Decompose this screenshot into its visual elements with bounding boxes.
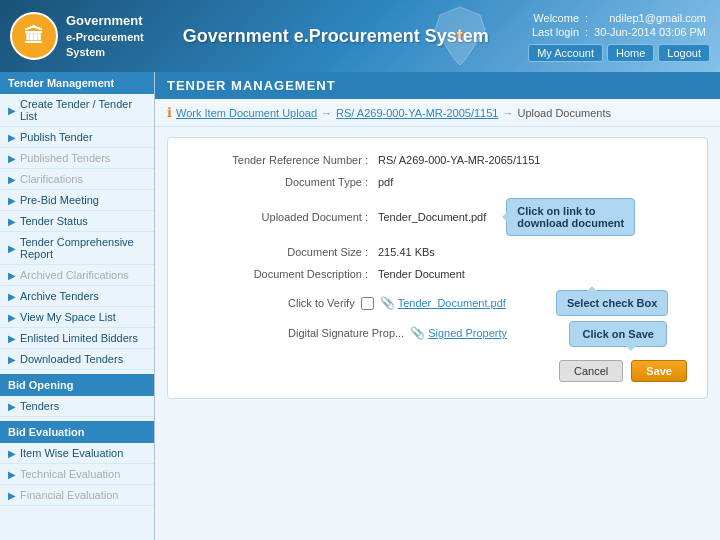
sidebar-item-label: Financial Evaluation [20, 489, 118, 501]
dsig-file-link[interactable]: Signed Property [428, 327, 507, 339]
arrow-icon: ▶ [8, 490, 16, 501]
logout-button[interactable]: Logout [658, 44, 710, 62]
sidebar-item-label: Tender Comprehensive Report [20, 236, 146, 260]
logo-emblem: 🏛 [10, 12, 58, 60]
sidebar-item-label: Tenders [20, 400, 59, 412]
tender-management-title: Tender Management [0, 72, 154, 94]
arrow-icon: ▶ [8, 448, 16, 459]
file-icon: 📎 [380, 296, 395, 310]
sidebar-item-published-tenders[interactable]: ▶ Published Tenders [0, 148, 154, 169]
breadcrumb-sep1: → [321, 107, 332, 119]
arrow-icon: ▶ [8, 216, 16, 227]
sidebar-item-label: Item Wise Evaluation [20, 447, 123, 459]
doc-type-label: Document Type : [188, 176, 378, 188]
sidebar-item-publish-tender[interactable]: ▶ Publish Tender [0, 127, 154, 148]
header-right: Welcome : ndilep1@gmail.com Last login :… [528, 10, 710, 62]
dsig-label: Digital Signature Prop... [288, 327, 404, 339]
doc-size-label: Document Size : [188, 246, 378, 258]
sidebar-item-view-space[interactable]: ▶ View My Space List [0, 307, 154, 328]
logo: 🏛 Government e-Procurement System [10, 12, 144, 61]
arrow-icon: ▶ [8, 105, 16, 116]
arrow-icon: ▶ [8, 270, 16, 281]
arrow-icon: ▶ [8, 469, 16, 480]
sidebar-item-enlisted-bidders[interactable]: ▶ Enlisted Limited Bidders [0, 328, 154, 349]
tender-ref-value: RS/ A269-000-YA-MR-2065/1151 [378, 154, 540, 166]
uploaded-doc-label: Uploaded Document : [188, 211, 378, 223]
arrow-icon: ▶ [8, 243, 16, 254]
breadcrumb-step2[interactable]: RS/ A269-000-YA-MR-2005/1151 [336, 107, 498, 119]
save-button[interactable]: Save [631, 360, 687, 382]
logo-text: Government e-Procurement System [66, 12, 144, 61]
uploaded-doc-value: Tender_Document.pdf [378, 211, 486, 223]
callout-download-text: Click on link todownload document [517, 205, 624, 229]
sidebar-item-label: Tender Status [20, 215, 88, 227]
bid-evaluation-title: Bid Evaluation [0, 421, 154, 443]
doc-type-row: Document Type : pdf [188, 176, 687, 188]
home-button[interactable]: Home [607, 44, 654, 62]
sidebar-item-downloaded-tenders[interactable]: ▶ Downloaded Tenders [0, 349, 154, 370]
callout-save-text: Click on Save [582, 328, 654, 340]
callout-download: Click on link todownload document [506, 198, 635, 236]
last-login-value: 30-Jun-2014 03:06 PM [592, 26, 708, 38]
form-inner: Tender Reference Number : RS/ A269-000-Y… [188, 154, 687, 382]
sidebar-item-item-wise-eval[interactable]: ▶ Item Wise Evaluation [0, 443, 154, 464]
content-area: TENDER MANAGEMENT ℹ Work Item Document U… [155, 72, 720, 540]
file-icon: 📎 [410, 326, 425, 340]
buttons-row: Cancel Save [188, 360, 687, 382]
sidebar-item-label: Clarifications [20, 173, 83, 185]
doc-type-value: pdf [378, 176, 393, 188]
arrow-icon: ▶ [8, 333, 16, 344]
arrow-icon: ▶ [8, 132, 16, 143]
nav-buttons: My Account Home Logout [528, 44, 710, 62]
tender-ref-row: Tender Reference Number : RS/ A269-000-Y… [188, 154, 687, 166]
sidebar-item-label: Published Tenders [20, 152, 110, 164]
arrow-icon: ▶ [8, 354, 16, 365]
doc-desc-value: Tender Document [378, 268, 465, 280]
doc-size-value: 215.41 KBs [378, 246, 435, 258]
sidebar-item-label: Publish Tender [20, 131, 93, 143]
arrow-icon: ▶ [8, 291, 16, 302]
sidebar-item-label: Technical Evaluation [20, 468, 120, 480]
arrow-icon: ▶ [8, 312, 16, 323]
cancel-button[interactable]: Cancel [559, 360, 623, 382]
main-container: Tender Management ▶ Create Tender / Tend… [0, 72, 720, 540]
welcome-colon: : [583, 12, 590, 24]
last-login-colon: : [583, 26, 590, 38]
verify-checkbox[interactable] [361, 297, 374, 310]
sidebar-item-label: Pre-Bid Meeting [20, 194, 99, 206]
arrow-icon: ▶ [8, 195, 16, 206]
arrow-icon: ▶ [8, 153, 16, 164]
sidebar-item-pre-bid[interactable]: ▶ Pre-Bid Meeting [0, 190, 154, 211]
breadcrumb-step3: Upload Documents [517, 107, 611, 119]
sidebar-item-clarifications[interactable]: ▶ Clarifications [0, 169, 154, 190]
tender-ref-label: Tender Reference Number : [188, 154, 378, 166]
sidebar-item-create-tender[interactable]: ▶ Create Tender / Tender List [0, 94, 154, 127]
verify-file-link[interactable]: Tender_Document.pdf [398, 297, 506, 309]
breadcrumb: ℹ Work Item Document Upload → RS/ A269-0… [155, 99, 720, 127]
bid-opening-title: Bid Opening [0, 374, 154, 396]
sidebar-item-archive-tenders[interactable]: ▶ Archive Tenders [0, 286, 154, 307]
doc-desc-label: Document Description : [188, 268, 378, 280]
my-account-button[interactable]: My Account [528, 44, 603, 62]
svg-point-0 [456, 31, 464, 39]
breadcrumb-sep2: → [502, 107, 513, 119]
sidebar-item-label: View My Space List [20, 311, 116, 323]
sidebar-item-archived-clarifications[interactable]: ▶ Archived Clarifications [0, 265, 154, 286]
welcome-label: Welcome [530, 12, 581, 24]
sidebar-item-tenders[interactable]: ▶ Tenders [0, 396, 154, 417]
sidebar: Tender Management ▶ Create Tender / Tend… [0, 72, 155, 540]
sidebar-item-financial-eval[interactable]: ▶ Financial Evaluation [0, 485, 154, 506]
header: 🏛 Government e-Procurement System Govern… [0, 0, 720, 72]
sidebar-item-label: Enlisted Limited Bidders [20, 332, 138, 344]
sidebar-item-comprehensive-report[interactable]: ▶ Tender Comprehensive Report [0, 232, 154, 265]
sidebar-item-tender-status[interactable]: ▶ Tender Status [0, 211, 154, 232]
breadcrumb-step1[interactable]: Work Item Document Upload [176, 107, 317, 119]
doc-desc-row: Document Description : Tender Document [188, 268, 687, 280]
arrow-icon: ▶ [8, 401, 16, 412]
sidebar-item-technical-eval[interactable]: ▶ Technical Evaluation [0, 464, 154, 485]
callout-checkbox: Select check Box [556, 290, 669, 316]
verify-row: Click to Verify 📎 Tender_Document.pdf Se… [188, 290, 687, 316]
doc-size-row: Document Size : 215.41 KBs [188, 246, 687, 258]
uploaded-doc-row: Uploaded Document : Tender_Document.pdf … [188, 198, 687, 236]
india-map-icon [430, 5, 490, 67]
